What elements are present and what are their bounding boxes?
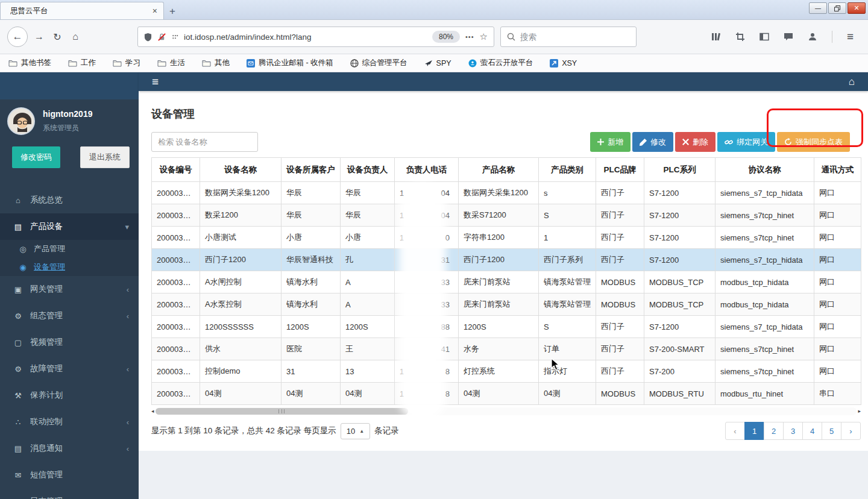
- bookmark-item[interactable]: SPY: [424, 59, 451, 67]
- cell-name: 1200SSSSSS: [200, 316, 281, 338]
- table-row[interactable]: 200003256数采1200华辰华辰104数采S71200S西门子S7-120…: [152, 204, 861, 227]
- column-header[interactable]: 设备负责人: [341, 158, 395, 182]
- sidebar-item-product[interactable]: ▤产品设备▾: [0, 213, 139, 240]
- sidebar-item-video[interactable]: ▢视频管理: [0, 329, 139, 356]
- search-bar[interactable]: [500, 27, 637, 47]
- library-icon[interactable]: [711, 32, 721, 42]
- bookmark-star-icon[interactable]: ☆: [480, 31, 488, 42]
- pagination-next[interactable]: ›: [841, 422, 861, 440]
- bookmark-item[interactable]: 工作: [68, 58, 96, 68]
- bind-gateway-button[interactable]: 绑定网关: [717, 132, 775, 152]
- sidebar-item-fault[interactable]: ⚙故障管理‹: [0, 356, 139, 382]
- app-home-icon[interactable]: ⌂: [849, 76, 855, 88]
- bookmark-item[interactable]: 腾讯企业邮箱 - 收件箱: [247, 58, 333, 68]
- sidebar-item-overview[interactable]: ⌂系统总览: [0, 187, 139, 213]
- bookmark-item[interactable]: 其他: [202, 58, 230, 68]
- logout-button[interactable]: 退出系统: [80, 146, 130, 168]
- search-input[interactable]: [520, 33, 611, 42]
- sidebar-item-message[interactable]: ▤消息通知‹: [0, 435, 139, 462]
- column-header[interactable]: 产品名称: [459, 158, 539, 182]
- bookmark-label: 学习: [125, 58, 140, 68]
- phone-fragments: 104: [400, 189, 450, 198]
- sidebar-item-link[interactable]: ∴联动控制‹: [0, 409, 139, 435]
- column-header[interactable]: PLC品牌: [596, 158, 644, 182]
- table-row[interactable]: 20000314904测04测04测1804测04测MODBUSMODBUS_R…: [152, 383, 861, 405]
- menu-icon[interactable]: ≡: [847, 30, 854, 43]
- column-header[interactable]: 协议名称: [715, 158, 814, 182]
- scrollbar-thumb[interactable]: [156, 408, 408, 415]
- table-row[interactable]: 200003152控制demo311318灯控系统指示灯西门子S7-200sie…: [152, 360, 861, 383]
- cell-id: 200003260: [152, 182, 200, 204]
- change-password-button[interactable]: 修改密码: [12, 146, 60, 168]
- screenshot-icon[interactable]: [735, 32, 745, 42]
- close-button[interactable]: ✕: [848, 2, 866, 14]
- xsy-icon: [550, 59, 558, 67]
- scroll-left-icon[interactable]: ◂: [151, 409, 154, 414]
- pagination-page-1[interactable]: 1: [744, 422, 764, 440]
- sidebar-item-gateway[interactable]: ▣网关管理‹: [0, 276, 139, 303]
- table-row[interactable]: 200003230西门子1200华辰智通科技孔31西门子1200西门子系列西门子…: [152, 249, 861, 271]
- device-search-input[interactable]: [151, 132, 258, 152]
- sidebar-toggle-browser-icon[interactable]: [760, 32, 769, 42]
- sidebar-item-wrench[interactable]: ⚒保养计划: [0, 382, 139, 409]
- permissions-icon[interactable]: [172, 34, 178, 40]
- force-sync-button[interactable]: 强制同步点表: [777, 132, 850, 152]
- scrollbar-track[interactable]: [156, 407, 857, 415]
- tab-close-icon[interactable]: ×: [153, 7, 157, 15]
- browser-tab[interactable]: 思普云平台 ×: [0, 2, 164, 19]
- column-header[interactable]: PLC系列: [644, 158, 715, 182]
- pagination-prev[interactable]: ‹: [725, 422, 745, 440]
- sidebar-subitem[interactable]: ◎产品管理: [0, 240, 139, 258]
- sidebar-item-log[interactable]: ▤日志管理: [0, 488, 139, 499]
- column-header[interactable]: 负责人电话: [395, 158, 459, 182]
- pagination-page-5[interactable]: 5: [822, 422, 841, 440]
- account-icon[interactable]: [808, 32, 817, 42]
- sidebar-item-cogs[interactable]: ⚙组态管理‹: [0, 303, 139, 329]
- table-row[interactable]: 200003212A水闸控制镇海水利A33庑来门前泵站镇海泵站管理MODBUSM…: [152, 271, 861, 293]
- home-button[interactable]: ⌂: [66, 28, 84, 46]
- scroll-right-icon[interactable]: ▸: [858, 409, 861, 414]
- column-header[interactable]: 设备名称: [200, 158, 281, 182]
- bookmark-label: 其他: [215, 58, 230, 68]
- table-row[interactable]: 200003248小唐测试小唐小唐10字符串12001西门子S7-1200sie…: [152, 227, 861, 249]
- pagination-page-2[interactable]: 2: [764, 422, 784, 440]
- bookmark-item[interactable]: 萤石云开放平台: [468, 58, 533, 68]
- minimize-button[interactable]: —: [809, 2, 827, 14]
- bookmark-item[interactable]: XSY: [550, 59, 577, 67]
- new-tab-button[interactable]: +: [164, 4, 181, 19]
- tracking-protection-icon[interactable]: [144, 33, 152, 42]
- chat-icon[interactable]: [784, 32, 793, 42]
- page-size-dropdown[interactable]: 10 ▲: [341, 423, 370, 439]
- url-bar[interactable]: iot.idosp.net/admin/index.html?lang 80% …: [137, 27, 494, 47]
- zoom-indicator[interactable]: 80%: [432, 31, 460, 43]
- bookmark-item[interactable]: 其他书签: [8, 58, 51, 68]
- bookmark-item[interactable]: 综合管理平台: [350, 58, 407, 68]
- bookmark-item[interactable]: 生活: [157, 58, 185, 68]
- insecure-lock-icon[interactable]: [157, 33, 166, 42]
- sidebar-subitem[interactable]: ◉设备管理: [0, 258, 139, 276]
- bookmark-item[interactable]: 学习: [113, 58, 140, 68]
- url-text[interactable]: iot.idosp.net/admin/index.html?lang: [184, 33, 427, 42]
- table-row[interactable]: 200003260数据网关采集1200华辰华辰104数据网关采集1200s西门子…: [152, 182, 861, 204]
- delete-button[interactable]: 删除: [675, 132, 715, 152]
- cell-brand: MODBUS: [596, 293, 644, 316]
- table-row[interactable]: 200003165供水医院王41水务订单西门子S7-200-SMARTsieme…: [152, 338, 861, 360]
- sidebar-toggle-icon[interactable]: ≡: [152, 75, 159, 89]
- sidebar-item-sms[interactable]: ✉短信管理: [0, 462, 139, 488]
- pagination-page-4[interactable]: 4: [802, 422, 822, 440]
- column-header[interactable]: 设备编号: [152, 158, 200, 182]
- page-actions-icon[interactable]: •••: [465, 33, 474, 40]
- forward-button[interactable]: →: [30, 28, 48, 46]
- table-row[interactable]: 200003211A水泵控制镇海水利A33庑来门前泵站镇海泵站管理MODBUSM…: [152, 293, 861, 316]
- column-header[interactable]: 产品类别: [539, 158, 596, 182]
- restore-button[interactable]: [828, 2, 846, 14]
- column-header[interactable]: 通讯方式: [814, 158, 861, 182]
- back-button[interactable]: ←: [7, 27, 28, 47]
- add-button[interactable]: 新增: [590, 132, 631, 152]
- horizontal-scrollbar[interactable]: ◂ ▸: [151, 407, 861, 416]
- column-header[interactable]: 设备所属客户: [281, 158, 341, 182]
- pagination-page-3[interactable]: 3: [783, 422, 803, 440]
- table-row[interactable]: 2000031771200SSSSSS1200S1200S881200SS西门子…: [152, 316, 861, 338]
- edit-button[interactable]: 修改: [632, 132, 673, 152]
- reload-button[interactable]: ↻: [48, 28, 66, 46]
